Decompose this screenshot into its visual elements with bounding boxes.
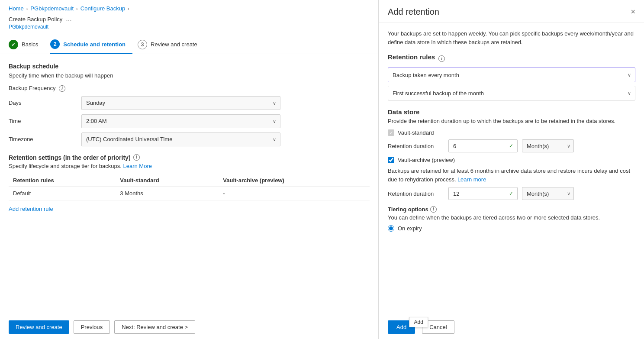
step-review-label: Review and create	[151, 41, 197, 48]
time-row: Time 2:00 AM	[9, 114, 370, 128]
timezone-select[interactable]: (UTC) Coordinated Universal Time	[81, 132, 280, 146]
first-backup-dropdown-wrapper: First successful backup of the month Las…	[388, 86, 635, 100]
vault-archive-checkbox[interactable]	[388, 157, 394, 163]
add-tooltip: Add	[409, 317, 428, 327]
vault-archive-unit-wrapper: Month(s)	[522, 187, 574, 200]
retention-desc: Specify lifecycle and storage tier for b…	[9, 163, 370, 169]
page-title: Create Backup Policy	[9, 16, 62, 23]
panel-header: Add retention ×	[379, 0, 644, 23]
tiering-info-icon[interactable]: i	[430, 206, 437, 213]
vault-archive-duration-label: Retention duration	[388, 190, 444, 197]
vault-archive-row: Vault-archive (preview)	[388, 157, 635, 163]
vault-archive-input-wrapper	[448, 187, 518, 200]
step-review[interactable]: 3 Review and create	[138, 36, 204, 54]
vault-standard-unit-select[interactable]: Month(s)	[522, 139, 574, 152]
vault-archive-label: Vault-archive (preview)	[398, 157, 455, 163]
step-schedule[interactable]: 2 Schedule and retention	[50, 35, 132, 54]
vault-archive-duration-input[interactable]	[448, 187, 518, 200]
ellipsis-button[interactable]: ...	[66, 15, 71, 23]
col-rules: Retention rules	[9, 174, 116, 187]
days-select[interactable]: Sunday	[81, 96, 280, 110]
table-row: Default 3 Months -	[9, 186, 370, 200]
step-review-circle: 3	[138, 40, 147, 49]
vault-archive-duration-row: Retention duration Month(s)	[388, 187, 635, 200]
backup-schedule-subtitle: Specify time when the backup will happen	[9, 72, 370, 79]
retention-info-icon[interactable]: i	[133, 154, 140, 161]
vault-standard-label: Vault-standard	[398, 129, 434, 136]
left-panel: Home › PGbkpdemovault › Configure Backup…	[0, 0, 379, 339]
backup-schedule-title: Backup schedule	[9, 63, 370, 70]
tiering-section: Tiering options i You can define when th…	[388, 206, 635, 232]
time-select[interactable]: 2:00 AM	[81, 114, 280, 128]
vault-standard-duration-input[interactable]	[448, 139, 518, 152]
time-label: Time	[9, 118, 78, 124]
panel-footer: Add Add Cancel	[379, 315, 644, 339]
retention-section: Retention settings (in the order of prio…	[9, 154, 370, 212]
row-vault-arch: -	[219, 186, 370, 200]
days-label: Days	[9, 100, 78, 106]
vault-archive-unit-select[interactable]: Month(s)	[522, 187, 574, 200]
panel-content: Your backups are set to happen weekly. Y…	[379, 23, 644, 315]
breadcrumb-home[interactable]: Home	[9, 5, 24, 12]
vault-standard-duration-label: Retention duration	[388, 143, 444, 149]
backup-frequency-info-icon[interactable]: i	[59, 85, 65, 92]
timezone-label: Timezone	[9, 136, 78, 142]
vault-standard-duration-row: Retention duration Month(s)	[388, 139, 635, 152]
datastore-section: Data store Provide the retention duratio…	[388, 108, 635, 200]
backup-frequency-row: Backup Frequency i	[9, 85, 370, 92]
page-title-area: Create Backup Policy ... PGbkpdemovault	[0, 13, 378, 35]
step-basics-label: Basics	[22, 41, 38, 48]
col-vault-std: Vault-standard	[116, 174, 219, 187]
breadcrumb: Home › PGbkpdemovault › Configure Backup…	[0, 0, 378, 13]
backup-month-dropdown-wrapper: Backup taken every month Backup taken ev…	[388, 68, 635, 82]
row-vault-std: 3 Months	[116, 186, 219, 200]
datastore-desc: Provide the retention duration up to whi…	[388, 117, 635, 125]
datastore-title: Data store	[388, 108, 635, 116]
step-basics-circle: ✓	[9, 40, 18, 49]
time-select-wrapper: 2:00 AM	[81, 114, 280, 128]
step-basics[interactable]: ✓ Basics	[9, 36, 45, 54]
on-expiry-radio[interactable]	[388, 225, 394, 232]
add-retention-rule-link[interactable]: Add retention rule	[9, 206, 53, 212]
on-expiry-row: On expiry	[388, 225, 635, 232]
breadcrumb-vault[interactable]: PGbkpdemovault	[30, 5, 74, 12]
vault-standard-input-wrapper	[448, 139, 518, 152]
next-button[interactable]: Next: Review and create >	[114, 320, 195, 334]
learn-more-link[interactable]: Learn More	[123, 163, 151, 169]
review-and-create-button[interactable]: Review and create	[9, 320, 69, 334]
steps-nav: ✓ Basics 2 Schedule and retention 3 Revi…	[0, 35, 378, 54]
first-backup-select[interactable]: First successful backup of the month Las…	[388, 86, 635, 100]
right-panel: Add retention × Your backups are set to …	[379, 0, 644, 339]
close-button[interactable]: ×	[631, 7, 635, 16]
main-content: Backup schedule Specify time when the ba…	[0, 54, 378, 315]
col-vault-arch: Vault-archive (preview)	[219, 174, 370, 187]
vault-standard-checkbox[interactable]	[388, 129, 394, 136]
days-select-wrapper: Sunday	[81, 96, 280, 110]
retention-rules-info-icon[interactable]: i	[438, 55, 445, 62]
days-row: Days Sunday	[9, 96, 370, 110]
tiering-desc: You can define when the backups are tier…	[388, 214, 635, 221]
retention-title: Retention settings (in the order of prio…	[9, 154, 131, 161]
previous-button[interactable]: Previous	[74, 320, 110, 334]
tiering-title: Tiering options i	[388, 206, 635, 213]
panel-title: Add retention	[388, 7, 439, 17]
retention-rules-title: Retention rules	[388, 53, 435, 61]
backup-frequency-label: Backup Frequency i	[9, 85, 78, 92]
retention-table: Retention rules Vault-standard Vault-arc…	[9, 174, 370, 200]
timezone-row: Timezone (UTC) Coordinated Universal Tim…	[9, 132, 370, 146]
step-schedule-circle: 2	[50, 39, 60, 49]
backup-month-select[interactable]: Backup taken every month Backup taken ev…	[388, 68, 635, 82]
row-rule: Default	[9, 186, 116, 200]
panel-desc: Your backups are set to happen weekly. Y…	[388, 29, 635, 46]
vault-standard-unit-wrapper: Month(s)	[522, 139, 574, 152]
page-subtitle: PGbkpdemovault	[9, 24, 370, 30]
step-schedule-label: Schedule and retention	[63, 41, 126, 48]
timezone-select-wrapper: (UTC) Coordinated Universal Time	[81, 132, 280, 146]
on-expiry-label: On expiry	[398, 225, 422, 232]
vault-archive-learn-more[interactable]: Learn more	[457, 176, 486, 183]
footer: Review and create Previous Next: Review …	[0, 315, 378, 339]
vault-standard-row: Vault-standard	[388, 129, 635, 136]
vault-archive-note: Backups are retained for at least 6 mont…	[388, 167, 635, 184]
breadcrumb-configure[interactable]: Configure Backup	[80, 5, 125, 12]
